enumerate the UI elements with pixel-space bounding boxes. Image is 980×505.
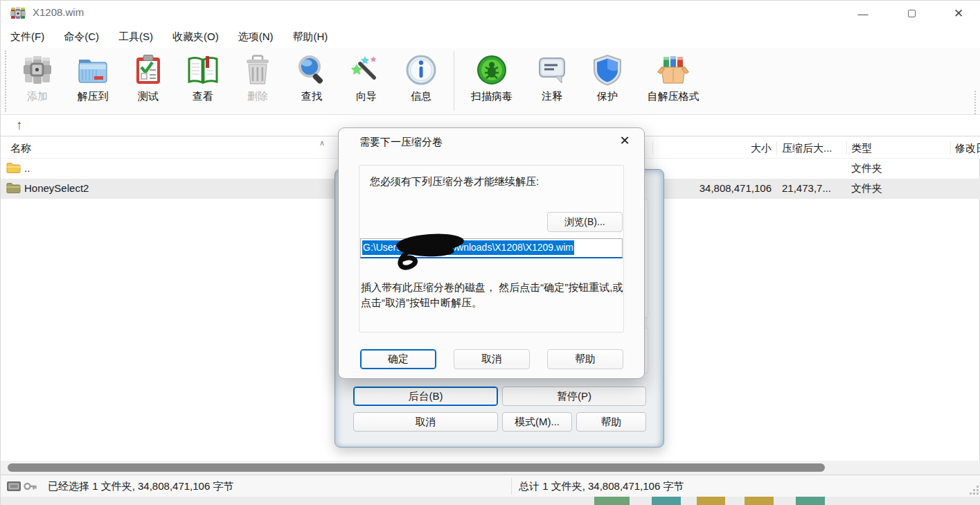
maximize-button[interactable] [894,1,929,26]
background-block [652,497,681,505]
background-block [594,497,630,505]
status-total-info: 总计 1 文件夹, 34,808,471,106 字节 [519,480,684,493]
wizard-label: 向导 [356,90,377,103]
column-name[interactable]: 名称 [10,142,31,155]
file-type: 文件夹 [851,182,882,195]
minimize-button[interactable]: — [846,1,880,26]
mode-button[interactable]: 模式(M)... [502,412,572,432]
column-size[interactable]: 大小 [652,142,772,155]
virus-scan-label: 扫描病毒 [471,90,513,103]
view-book-icon [186,53,220,87]
pause-button[interactable]: 暂停(P) [502,387,646,406]
column-separator[interactable] [652,141,653,154]
menu-commands[interactable]: 命令(C) [64,30,99,44]
background-content-strip [1,497,980,505]
status-selected-info: 已经选择 1 文件夹, 34,808,471,106 字节 [48,480,233,493]
path-prefix: G:\Users\ [363,242,404,253]
censored-username [404,250,444,251]
close-button[interactable]: ✕ [941,1,976,26]
folder-icon-selected [6,182,21,194]
column-type[interactable]: 类型 [851,142,872,155]
wizard-wand-icon [350,53,383,87]
dialog-close-button[interactable]: ✕ [613,131,636,150]
virus-scan-button[interactable]: 扫描病毒 [460,48,524,114]
comment-button[interactable]: 注释 [524,48,580,114]
find-magnifier-icon [295,53,328,87]
winrar-window: X1208.wim — ✕ 文件(F) 命令(C) 工具(S) 收藏夹(O) 选… [0,0,980,505]
status-divider [511,478,512,495]
column-separator[interactable] [950,141,951,154]
menu-favorites[interactable]: 收藏夹(O) [172,30,219,44]
comment-label: 注释 [542,90,562,103]
status-bar: 已经选择 1 文件夹, 34,808,471,106 字节 总计 1 文件夹, … [1,475,980,497]
extract-folder-icon [76,53,109,87]
archive-add-icon [21,53,54,87]
info-label: 信息 [411,90,431,103]
info-button[interactable]: 信息 [394,48,448,114]
test-label: 测试 [138,90,159,103]
background-mode-button[interactable]: 后台(B) [353,387,498,406]
horizontal-scrollbar[interactable] [1,461,980,475]
protect-button[interactable]: 保护 [580,48,634,114]
sfx-button[interactable]: 自解压格式 [634,48,712,114]
titlebar: X1208.wim — ✕ [1,1,980,26]
background-block [745,497,774,505]
column-modified[interactable]: 修改日期 [955,142,980,155]
toolbar-grip [5,51,6,112]
virus-scan-icon [475,53,508,87]
view-button[interactable]: 查看 [175,48,231,114]
cancel-button[interactable]: 取消 [454,349,530,369]
file-type: 文件夹 [851,162,882,175]
ok-button[interactable]: 确定 [360,349,436,369]
resize-grip[interactable] [969,485,979,495]
column-separator[interactable] [776,141,777,154]
toolbar-separator [454,51,454,111]
file-packed-size: 21,473,7... [782,182,831,194]
horizontal-scrollbar-thumb[interactable] [8,463,825,472]
menu-options[interactable]: 选项(N) [238,30,274,44]
up-directory-button[interactable]: ↑ [9,116,30,134]
comment-bubble-icon [535,53,569,87]
menu-tools[interactable]: 工具(S) [118,30,153,44]
folder-icon [6,162,21,174]
volume-instruction: 插入带有此压缩分卷的磁盘， 然后点击“确定”按钮重试,或点击“取消”按钮中断解压… [361,280,632,310]
volume-message: 您必须有下列压缩分卷才能继续解压: [370,175,539,188]
cancel-extraction-button[interactable]: 取消 [353,412,498,432]
test-button[interactable]: 测试 [121,48,175,114]
delete-label: 删除 [247,90,268,103]
column-separator[interactable] [846,141,847,154]
path-suffix: Downloads\X1208\X1209.wim [444,242,573,253]
progress-help-button[interactable]: 帮助 [576,412,646,432]
disk-icon[interactable] [6,481,21,492]
extract-to-label: 解压到 [78,90,109,103]
extract-to-button[interactable]: 解压到 [64,48,121,114]
dialog-title: 需要下一压缩分卷 [359,136,443,149]
next-volume-dialog: 需要下一压缩分卷 ✕ 您必须有下列压缩分卷才能继续解压: 浏览(B)... G:… [338,127,645,379]
toolbar: 添加 解压到 测试 [1,48,980,115]
file-name: .. [24,162,30,174]
window-title: X1208.wim [33,6,84,18]
key-icon[interactable] [24,481,37,492]
browse-button[interactable]: 浏览(B)... [547,212,623,232]
find-button[interactable]: 查找 [285,48,339,114]
add-label: 添加 [27,90,48,103]
volume-path-input[interactable]: G:\Users\Downloads\X1208\X1209.wim [360,238,623,258]
file-size: 34,808,471,106 [652,182,772,194]
delete-trash-icon [241,53,274,87]
info-icon [404,53,438,87]
add-button: 添加 [10,48,64,114]
sfx-box-icon [657,53,690,87]
help-button[interactable]: 帮助 [547,349,623,369]
menubar: 文件(F) 命令(C) 工具(S) 收藏夹(O) 选项(N) 帮助(H) [1,26,980,48]
background-block [796,497,825,505]
protect-shield-icon [591,53,624,87]
test-clipboard-icon [132,53,165,87]
wizard-button[interactable]: 向导 [339,48,394,114]
column-packed[interactable]: 压缩后大... [782,142,832,155]
menu-file[interactable]: 文件(F) [10,30,44,44]
winrar-logo-icon [10,6,26,21]
sort-ascending-icon: ∧ [319,139,325,148]
file-name: HoneySelect2 [24,182,89,194]
find-label: 查找 [301,90,322,103]
menu-help[interactable]: 帮助(H) [292,30,328,44]
